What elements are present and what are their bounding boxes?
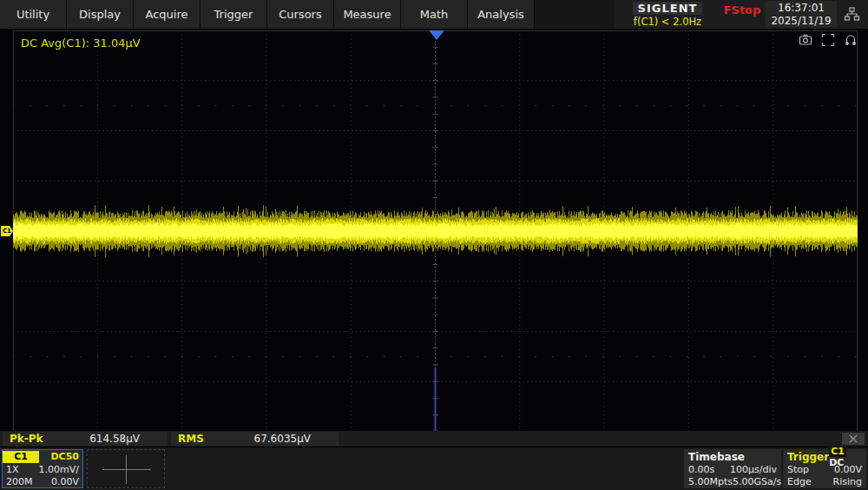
timebase-scale: 100µs/div — [730, 464, 777, 475]
sound-icon[interactable] — [844, 33, 858, 47]
timebase-title: Timebase — [688, 451, 745, 463]
channel1-noise-trace[interactable] — [13, 30, 858, 432]
trigger-position-marker[interactable] — [429, 30, 444, 40]
status-bar: C1 DC50 1X 1.00mV/ 200M 0.00V Timebase 0… — [0, 447, 868, 490]
menu-trigger[interactable]: Trigger — [201, 0, 267, 29]
clock[interactable]: 16:37:01 2025/11/19 — [766, 1, 837, 28]
trigger-slope: Rising — [833, 476, 862, 487]
trigger-type: Edge — [787, 476, 812, 487]
plus-icon — [102, 469, 151, 470]
network-lan-icon[interactable] — [844, 6, 860, 23]
dc-avg-readout: DC Avg(C1): 31.04µV — [21, 36, 141, 50]
oscilloscope-screen: Utility Display Acquire Trigger Cursors … — [0, 0, 868, 490]
trigger-panel[interactable]: Trigger C1 DC Stop 0.00V Edge Rising — [783, 449, 866, 488]
pkpk-value: 614.58µV — [89, 433, 140, 445]
trigger-level: 0.00V — [834, 464, 862, 475]
channel1-offset: 0.00V — [51, 476, 79, 487]
close-measurements-button[interactable] — [842, 433, 865, 445]
header-info: SIGLENT f(C1) < 2.0Hz FStop 16:37:01 202… — [615, 0, 868, 29]
measurement-rms[interactable]: RMS 67.6035µV — [171, 432, 339, 446]
menu-acquire[interactable]: Acquire — [134, 0, 201, 29]
rms-label: RMS — [171, 433, 204, 445]
measurement-pkpk[interactable]: Pk-Pk 614.58µV — [3, 432, 168, 446]
menu-bar: Utility Display Acquire Trigger Cursors … — [0, 0, 868, 29]
channel1-probe: 1X — [6, 464, 19, 475]
close-icon — [849, 434, 858, 443]
plus-icon — [126, 455, 127, 484]
channel1-scale: 1.00mV/ — [39, 464, 79, 475]
frequency-counter: f(C1) < 2.0Hz — [634, 16, 701, 28]
pkpk-label: Pk-Pk — [3, 433, 43, 445]
channel1-bandwidth: 200M — [6, 476, 33, 487]
menu-analysis[interactable]: Analysis — [468, 0, 535, 29]
menu-cursors[interactable]: Cursors — [267, 0, 334, 29]
channel1-descriptor-box[interactable]: C1 DC50 1X 1.00mV/ 200M 0.00V — [2, 449, 83, 488]
time-text: 16:37:01 — [778, 2, 825, 15]
menu-measure[interactable]: Measure — [334, 0, 401, 29]
menu-math[interactable]: Math — [401, 0, 468, 29]
fullscreen-icon[interactable] — [821, 33, 835, 47]
channel1-coupling: DC50 — [50, 451, 82, 462]
camera-screenshot-icon[interactable] — [799, 33, 812, 47]
display-toolbar — [799, 33, 858, 47]
timebase-panel[interactable]: Timebase 0.00s 100µs/div 5.00Mpts 5.00GS… — [684, 449, 781, 488]
acquisition-status-badge[interactable]: FStop — [724, 3, 761, 17]
measurement-bar: Pk-Pk 614.58µV RMS 67.6035µV — [0, 431, 868, 447]
timebase-delay: 0.00s — [688, 464, 714, 475]
trigger-title: Trigger — [787, 451, 829, 463]
rms-value: 67.6035µV — [254, 433, 311, 445]
siglent-logo: SIGLENT — [633, 2, 703, 15]
menu-utility[interactable]: Utility — [0, 0, 67, 29]
trigger-mode: Stop — [787, 464, 809, 475]
timebase-memory-depth: 5.00Mpts — [688, 476, 733, 487]
menu-display[interactable]: Display — [67, 0, 134, 29]
channel1-name-chip: C1 — [3, 451, 39, 463]
date-text: 2025/11/19 — [771, 15, 831, 28]
add-channel-button[interactable] — [87, 449, 165, 488]
trigger-source: C1 — [829, 446, 846, 457]
timebase-sample-rate: 5.00GSa/s — [733, 476, 781, 487]
menu-spacer — [535, 0, 615, 29]
